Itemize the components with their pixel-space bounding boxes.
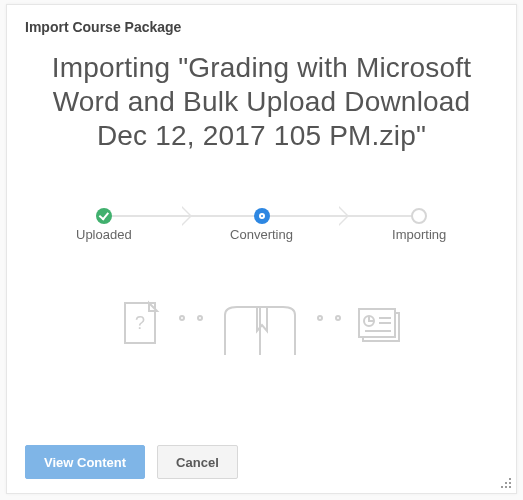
connector-dot-icon [197,315,203,321]
step-label: Uploaded [25,227,183,242]
pending-dot-icon [411,208,427,224]
question-page-icon: ? [119,299,167,355]
step-label: Importing [340,227,498,242]
importing-heading: Importing "Grading with Microsoft Word a… [25,47,498,153]
dialog-title: Import Course Package [25,19,498,35]
presentation-icon [353,305,405,355]
connector-dot-icon [317,315,323,321]
resize-grip-icon[interactable] [498,475,512,489]
book-icon [215,301,305,355]
step-label: Converting [183,227,341,242]
check-circle-icon [96,208,112,224]
svg-text:?: ? [134,313,144,333]
progress-dot-icon [254,208,270,224]
step-converting: Converting [183,207,341,249]
dialog-body: Importing "Grading with Microsoft Word a… [7,41,516,433]
dialog-footer: View Content Cancel [7,433,516,493]
dialog-content: Importing "Grading with Microsoft Word a… [25,47,498,433]
dialog-header: Import Course Package [7,5,516,41]
import-course-dialog: Import Course Package Importing "Grading… [6,4,517,494]
step-importing: Importing [340,207,498,249]
dialog-scroll-area[interactable]: Importing "Grading with Microsoft Word a… [25,47,506,433]
cancel-button[interactable]: Cancel [157,445,238,479]
connector-dot-icon [179,315,185,321]
illustration: ? [25,287,498,355]
view-content-button[interactable]: View Content [25,445,145,479]
progress-steps: Uploaded Converting [25,207,498,249]
connector-dot-icon [335,315,341,321]
step-uploaded: Uploaded [25,207,183,249]
